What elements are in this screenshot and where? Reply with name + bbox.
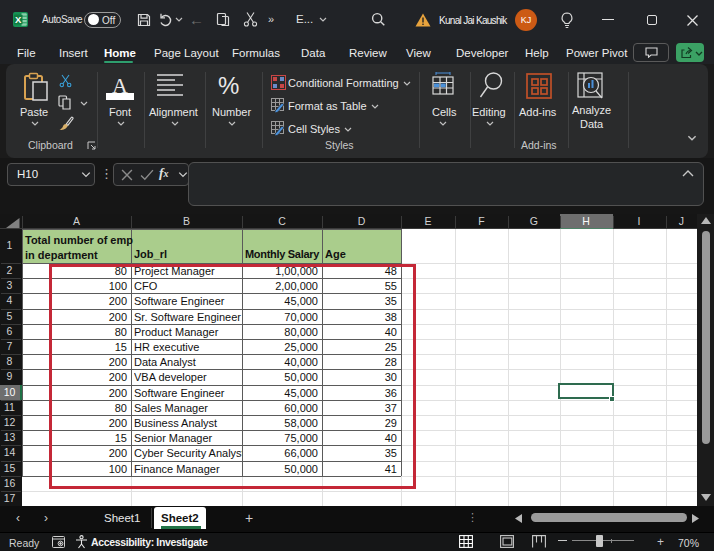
svg-text:X: X (15, 14, 22, 25)
